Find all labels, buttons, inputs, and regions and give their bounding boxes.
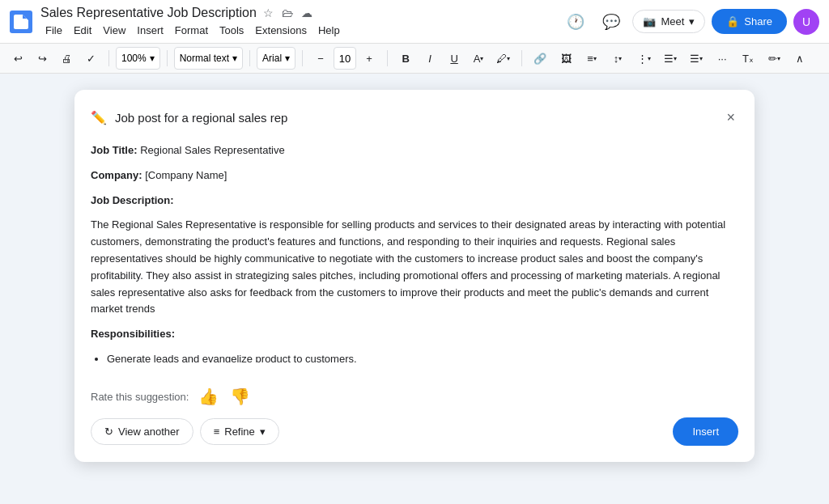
insert-button[interactable]: Insert (673, 417, 738, 446)
refine-button[interactable]: ≡ Refine ▾ (200, 418, 279, 445)
job-title-value: Regional Sales Representative (140, 144, 285, 156)
line-spacing-button[interactable]: ↕▾ (606, 47, 629, 70)
description-label: Job Description: (91, 194, 174, 206)
font-size-increase[interactable]: + (358, 47, 380, 70)
responsibilities-list: Generate leads and evangelize product to… (91, 351, 738, 362)
meet-label: Meet (661, 15, 684, 28)
separator-1 (108, 50, 109, 66)
bullet-list-button[interactable]: ☰▾ (659, 47, 682, 70)
zoom-select[interactable]: 100% ▾ (116, 47, 160, 70)
responsibilities-label: Responsibilities: (91, 328, 175, 340)
job-title-label: Job Title: (91, 144, 138, 156)
thumbs-down-button[interactable]: 👎 (228, 385, 252, 408)
history-icon[interactable]: 🕐 (561, 7, 590, 36)
menu-edit[interactable]: Edit (69, 23, 96, 38)
ai-panel-title: Job post for a regional sales rep (115, 111, 715, 125)
menu-extensions[interactable]: Extensions (250, 23, 312, 38)
avatar[interactable]: U (793, 9, 819, 35)
thumbs-up-button[interactable]: 👍 (197, 385, 220, 408)
spellcheck-button[interactable]: ✓ (79, 47, 102, 70)
separator-3 (249, 50, 250, 66)
link-button[interactable]: 🔗 (529, 47, 551, 70)
print-button[interactable]: 🖨 (55, 47, 78, 70)
folder-icon[interactable]: 🗁 (280, 5, 295, 21)
ai-panel-header: ✏️ Job post for a regional sales rep × (91, 106, 738, 129)
font-size-input[interactable] (334, 47, 356, 70)
column-button[interactable]: ⋮▾ (632, 47, 656, 70)
edit-button[interactable]: ✏▾ (763, 47, 785, 70)
refine-label: Refine (224, 426, 255, 438)
separator-2 (167, 50, 168, 66)
font-size-decrease[interactable]: − (309, 47, 332, 70)
view-another-label: View another (118, 426, 180, 438)
description-header: Job Description: (91, 193, 738, 210)
meet-button[interactable]: 📷 Meet ▾ (632, 10, 705, 33)
wand-icon: ✏️ (91, 110, 107, 125)
menu-tools[interactable]: Tools (215, 23, 249, 38)
font-size-group: − + (309, 47, 380, 70)
menu-insert[interactable]: Insert (132, 23, 168, 38)
chevron-down-icon: ▾ (232, 53, 237, 64)
align-button[interactable]: ≡▾ (580, 47, 603, 70)
paragraph-style-select[interactable]: Normal text ▾ (174, 47, 243, 70)
star-icon[interactable]: ☆ (261, 5, 275, 21)
rating-label: Rate this suggestion: (91, 391, 189, 403)
filter-icon: ≡ (214, 426, 220, 438)
image-button[interactable]: 🖼 (555, 47, 577, 70)
bold-button[interactable]: B (394, 47, 417, 70)
menu-bar: File Edit View Insert Format Tools Exten… (40, 23, 553, 38)
share-label: Share (744, 15, 772, 28)
chevron-down-icon: ▾ (150, 53, 155, 64)
paragraph-style-value: Normal text (180, 53, 229, 64)
lock-icon: 🔒 (726, 15, 739, 28)
top-bar: Sales Representative Job Description ☆ 🗁… (0, 0, 829, 44)
company-value: [Company Name] (145, 169, 227, 181)
company-label: Company: (91, 169, 142, 181)
app-icon (10, 11, 32, 33)
share-button[interactable]: 🔒 Share (712, 9, 787, 34)
separator-5 (387, 50, 388, 66)
cloud-icon[interactable]: ☁ (300, 5, 314, 21)
chevron-down-icon: ▾ (260, 426, 266, 438)
responsibilities-header: Responsibilities: (91, 326, 738, 343)
doc-title: Sales Representative Job Description (40, 6, 257, 20)
chevron-down-icon: ▾ (285, 53, 290, 64)
font-value: Arial (262, 53, 282, 64)
undo-button[interactable]: ↩ (6, 47, 29, 70)
chevron-down-icon: ▾ (689, 15, 695, 28)
doc-title-area: Sales Representative Job Description ☆ 🗁… (40, 5, 553, 38)
close-button[interactable]: × (723, 106, 738, 129)
menu-help[interactable]: Help (313, 23, 345, 38)
view-another-button[interactable]: ↻ View another (91, 418, 193, 445)
menu-file[interactable]: File (40, 23, 67, 38)
italic-button[interactable]: I (419, 47, 441, 70)
top-right: 🕐 💬 📷 Meet ▾ 🔒 Share U (561, 7, 819, 36)
separator-6 (521, 50, 522, 66)
refresh-icon: ↻ (104, 426, 113, 438)
underline-button[interactable]: U (443, 47, 466, 70)
text-color-button[interactable]: A▾ (467, 47, 490, 70)
job-title-line: Job Title: Regional Sales Representative (91, 142, 738, 159)
menu-view[interactable]: View (98, 23, 130, 38)
more-button[interactable]: ··· (711, 47, 733, 70)
company-line: Company: [Company Name] (91, 167, 738, 184)
content-area: Job Title: Regional Sales Representative… (91, 142, 738, 362)
rating-row: Rate this suggestion: 👍 👎 (91, 375, 738, 408)
toolbar: ↩ ↪ 🖨 ✓ 100% ▾ Normal text ▾ Arial ▾ − +… (0, 44, 829, 74)
redo-button[interactable]: ↪ (31, 47, 53, 70)
numbered-list-button[interactable]: ☰▾ (685, 47, 708, 70)
document-area: ✏️ Job post for a regional sales rep × J… (0, 74, 829, 504)
menu-format[interactable]: Format (170, 23, 213, 38)
collapse-toolbar-button[interactable]: ∧ (789, 47, 811, 70)
action-row: ↻ View another ≡ Refine ▾ Insert (91, 417, 738, 446)
action-left: ↻ View another ≡ Refine ▾ (91, 418, 279, 445)
zoom-value: 100% (121, 53, 147, 64)
format-clear-button[interactable]: Tₓ (737, 47, 759, 70)
separator-4 (302, 50, 303, 66)
highlight-button[interactable]: 🖊▾ (491, 47, 515, 70)
ai-panel: ✏️ Job post for a regional sales rep × J… (74, 90, 755, 462)
camera-icon: 📷 (643, 15, 656, 28)
description-text: The Regional Sales Representative is res… (91, 217, 738, 318)
font-select[interactable]: Arial ▾ (257, 47, 295, 70)
comments-icon[interactable]: 💬 (597, 7, 626, 36)
